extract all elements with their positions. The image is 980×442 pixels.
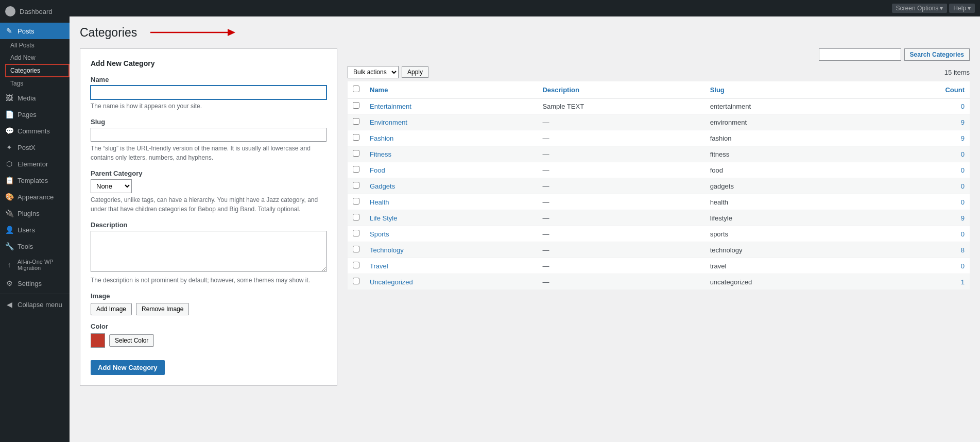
sidebar-item-all-posts[interactable]: All Posts bbox=[5, 39, 70, 52]
color-swatch[interactable] bbox=[91, 333, 105, 348]
header-name[interactable]: Name bbox=[365, 81, 537, 98]
row-checkbox-cell bbox=[348, 114, 365, 130]
sidebar-item-categories[interactable]: Categories bbox=[5, 64, 70, 77]
dashboard-label[interactable]: Dashboard bbox=[20, 8, 53, 15]
pages-icon: 📄 bbox=[5, 110, 13, 118]
row-name-cell: Life Style bbox=[365, 210, 537, 226]
row-checkbox[interactable] bbox=[353, 262, 359, 268]
sidebar-item-users[interactable]: 👤 Users bbox=[0, 222, 70, 238]
help-button[interactable]: Help ▾ bbox=[949, 4, 975, 13]
templates-label: Templates bbox=[18, 177, 48, 184]
category-link[interactable]: Fitness bbox=[370, 150, 391, 158]
row-checkbox-cell bbox=[348, 178, 365, 194]
category-link[interactable]: Food bbox=[370, 166, 385, 174]
sidebar-item-settings[interactable]: ⚙ Settings bbox=[0, 275, 70, 292]
bulk-actions-select[interactable]: Bulk actions bbox=[348, 66, 399, 78]
description-textarea[interactable] bbox=[91, 231, 326, 272]
row-checkbox-cell bbox=[348, 146, 365, 162]
row-checkbox-cell bbox=[348, 242, 365, 258]
table-header: Name Description Slug Count bbox=[348, 81, 970, 98]
row-checkbox[interactable] bbox=[353, 134, 359, 141]
row-description-cell: — bbox=[537, 178, 704, 194]
page-title: Categories bbox=[80, 26, 137, 40]
parent-select[interactable]: None bbox=[91, 179, 132, 193]
row-checkbox[interactable] bbox=[353, 102, 359, 109]
row-checkbox[interactable] bbox=[353, 150, 359, 157]
pages-label: Pages bbox=[18, 111, 37, 118]
row-checkbox[interactable] bbox=[353, 198, 359, 205]
header-count[interactable]: Count bbox=[874, 81, 970, 98]
category-link[interactable]: Environment bbox=[370, 118, 407, 126]
row-count-cell: 9 bbox=[874, 114, 970, 130]
posts-submenu: All Posts Add New Categories Tags bbox=[0, 39, 70, 90]
row-checkbox[interactable] bbox=[353, 246, 359, 252]
category-link[interactable]: Uncategorized bbox=[370, 278, 413, 286]
sidebar-item-tools[interactable]: 🔧 Tools bbox=[0, 238, 70, 254]
apply-button[interactable]: Apply bbox=[402, 66, 428, 78]
table-row: Gadgets — gadgets 0 bbox=[348, 178, 970, 194]
row-checkbox[interactable] bbox=[353, 182, 359, 189]
sidebar-item-pages[interactable]: 📄 Pages bbox=[0, 106, 70, 123]
slug-hint: The “slug” is the URL-friendly version o… bbox=[91, 144, 326, 162]
row-checkbox[interactable] bbox=[353, 166, 359, 173]
row-name-cell: Food bbox=[365, 162, 537, 178]
category-link[interactable]: Entertainment bbox=[370, 103, 411, 110]
parent-hint: Categories, unlike tags, can have a hier… bbox=[91, 195, 326, 214]
categories-table: Name Description Slug Count Entertainmen… bbox=[348, 81, 970, 290]
sidebar-item-media[interactable]: 🖼 Media bbox=[0, 90, 70, 106]
row-checkbox-cell bbox=[348, 98, 365, 114]
category-link[interactable]: Gadgets bbox=[370, 182, 395, 190]
category-link[interactable]: Life Style bbox=[370, 214, 397, 222]
sidebar-item-appearance[interactable]: 🎨 Appearance bbox=[0, 189, 70, 205]
appearance-icon: 🎨 bbox=[5, 193, 13, 201]
remove-image-button[interactable]: Remove Image bbox=[136, 303, 189, 315]
sidebar: Dashboard ✎ Posts All Posts Add New Cate… bbox=[0, 0, 70, 442]
sidebar-brand[interactable]: Dashboard bbox=[0, 0, 70, 23]
category-link[interactable]: Sports bbox=[370, 230, 389, 238]
description-hint: The description is not prominent by defa… bbox=[91, 276, 326, 285]
image-buttons: Add Image Remove Image bbox=[91, 303, 326, 315]
sidebar-item-add-new[interactable]: Add New bbox=[5, 52, 70, 64]
row-slug-cell: environment bbox=[705, 114, 874, 130]
header-description[interactable]: Description bbox=[537, 81, 704, 98]
search-categories-button[interactable]: Search Categories bbox=[904, 48, 970, 61]
screen-options-button[interactable]: Screen Options ▾ bbox=[892, 4, 948, 13]
sidebar-item-postx[interactable]: ✦ PostX bbox=[0, 139, 70, 156]
row-name-cell: Health bbox=[365, 194, 537, 210]
select-color-button[interactable]: Select Color bbox=[109, 334, 154, 347]
slug-input[interactable] bbox=[91, 128, 326, 142]
add-image-button[interactable]: Add Image bbox=[91, 303, 132, 315]
row-checkbox-cell bbox=[348, 210, 365, 226]
color-label: Color bbox=[91, 322, 326, 330]
category-link[interactable]: Fashion bbox=[370, 134, 393, 142]
row-description-cell: — bbox=[537, 242, 704, 258]
sidebar-item-comments[interactable]: 💬 Comments bbox=[0, 123, 70, 139]
category-link[interactable]: Travel bbox=[370, 262, 388, 270]
table-panel: Search Categories Bulk actions Apply 15 … bbox=[348, 48, 970, 290]
row-description-cell: — bbox=[537, 258, 704, 274]
row-checkbox[interactable] bbox=[353, 278, 359, 284]
sidebar-item-collapse[interactable]: ◀ Collapse menu bbox=[0, 296, 70, 313]
sidebar-item-migration[interactable]: ↑ All-in-One WP Migration bbox=[0, 254, 70, 275]
add-new-category-button[interactable]: Add New Category bbox=[91, 360, 165, 375]
row-count-cell: 0 bbox=[874, 146, 970, 162]
category-link[interactable]: Technology bbox=[370, 246, 404, 254]
row-name-cell: Technology bbox=[365, 242, 537, 258]
name-input[interactable] bbox=[91, 86, 326, 99]
row-checkbox[interactable] bbox=[353, 214, 359, 220]
content-layout: Add New Category Name The name is how it… bbox=[80, 48, 970, 386]
sidebar-item-elementor[interactable]: ⬡ Elementor bbox=[0, 156, 70, 172]
select-all-checkbox[interactable] bbox=[353, 86, 359, 92]
settings-icon: ⚙ bbox=[5, 279, 13, 287]
category-link[interactable]: Health bbox=[370, 198, 389, 206]
categories-label: Categories bbox=[10, 67, 40, 74]
sidebar-item-tags[interactable]: Tags bbox=[5, 77, 70, 90]
header-slug[interactable]: Slug bbox=[705, 81, 874, 98]
sidebar-item-templates[interactable]: 📋 Templates bbox=[0, 172, 70, 189]
search-input[interactable] bbox=[819, 48, 901, 61]
row-checkbox[interactable] bbox=[353, 230, 359, 236]
row-checkbox[interactable] bbox=[353, 118, 359, 125]
sidebar-item-posts[interactable]: ✎ Posts bbox=[0, 23, 70, 39]
main-content: Categories Add New Category Name The nam… bbox=[70, 16, 980, 442]
sidebar-item-plugins[interactable]: 🔌 Plugins bbox=[0, 205, 70, 222]
